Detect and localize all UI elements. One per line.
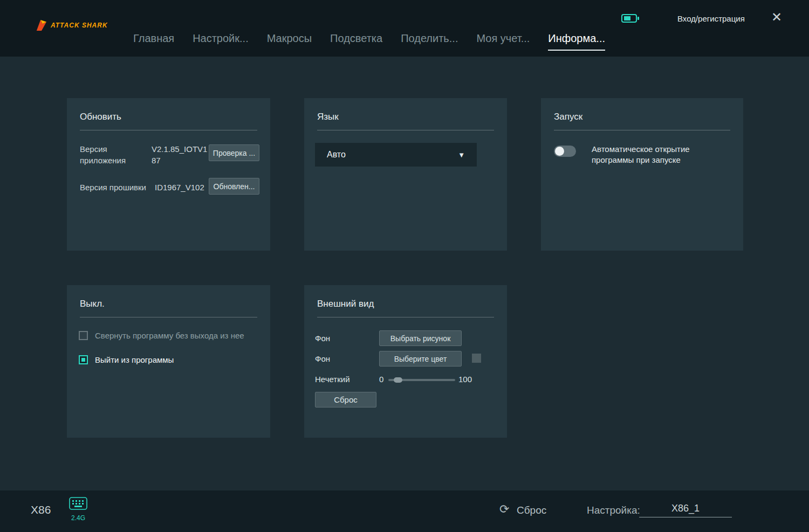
tab-share[interactable]: Поделить... [401,32,458,51]
footer-reset-button[interactable]: Сброс [517,505,546,516]
appearance-reset-button[interactable]: Сброс [315,392,376,407]
check-update-button[interactable]: Проверка ... [209,144,259,161]
tab-backlight[interactable]: Подсветка [330,32,382,51]
blur-slider-handle[interactable] [394,377,402,383]
connection-mode-label: 2.4G [69,514,87,522]
blur-label: Нечеткий [315,375,350,384]
header-bar: ATTACK SHARK Главная Настройк... Макросы… [0,0,809,57]
exit-checkbox[interactable] [79,355,88,364]
toggle-knob [555,147,564,156]
tab-macros[interactable]: Макросы [267,32,312,51]
appearance-card: Внешний вид Фон Выбрать рисунок Фон Выбе… [304,285,507,438]
logo-text: ATTACK SHARK [51,22,108,29]
divider [317,317,494,317]
minimize-checkbox[interactable] [79,331,88,340]
login-register-link[interactable]: Вход/регистрация [677,14,745,23]
battery-icon [621,13,640,26]
blur-slider[interactable] [388,379,455,381]
update-card: Обновить Версия приложения V2.1.85_IOTV1… [67,98,270,251]
tab-info[interactable]: Информа... [548,32,605,51]
divider [80,130,257,130]
app-version-value: V2.1.85_IOTV187 [152,143,210,166]
tab-account[interactable]: Моя учет... [476,32,530,51]
profile-label: Настройка: [587,505,640,516]
footer-bar: X86 2.4G ⟳ Сброс Настройка: [0,490,809,532]
nav-tabs: Главная Настройк... Макросы Подсветка По… [133,32,605,51]
autostart-label: Автоматическое открытие программы при за… [592,144,721,165]
close-icon[interactable]: ✕ [771,10,782,25]
firmware-version-value: ID1967_V102 [155,182,214,193]
app-version-label: Версия приложения [80,143,139,166]
divider [317,130,494,130]
language-selected-value: Авто [327,150,346,160]
bg-image-label: Фон [315,334,330,343]
startup-card-title: Запуск [541,98,743,122]
firmware-update-button[interactable]: Обновлен... [209,178,259,195]
refresh-icon[interactable]: ⟳ [499,502,509,516]
tab-home[interactable]: Главная [133,32,174,51]
chevron-down-icon: ▼ [458,151,465,159]
device-name: X86 [31,503,51,516]
choose-image-button[interactable]: Выбрать рисунок [379,330,462,346]
appearance-card-title: Внешний вид [304,285,507,309]
update-card-title: Обновить [67,98,270,122]
language-dropdown[interactable]: Авто ▼ [315,143,477,167]
divider [80,317,257,317]
connection-indicator[interactable]: 2.4G [69,497,87,522]
exit-card: Выкл. Свернуть программу без выхода из н… [67,285,270,438]
exit-checkbox-label: Выйти из программы [95,355,174,364]
minimize-checkbox-label: Свернуть программу без выхода из нее [95,331,244,340]
exit-card-title: Выкл. [67,285,270,309]
firmware-version-label: Версия прошивки [80,182,155,193]
divider [554,130,730,130]
shark-logo-icon [36,18,47,32]
blur-min-value: 0 [379,375,383,384]
autostart-toggle[interactable] [554,146,576,157]
bg-color-label: Фон [315,354,330,363]
keyboard-icon [69,497,87,511]
tab-settings[interactable]: Настройк... [193,32,249,51]
profile-name-input[interactable] [639,500,732,517]
language-card: Язык Авто ▼ [304,98,507,251]
blur-max-value: 100 [458,375,472,384]
startup-card: Запуск Автоматическое открытие программы… [541,98,743,251]
color-swatch[interactable] [472,354,481,363]
language-card-title: Язык [304,98,507,122]
choose-color-button[interactable]: Выберите цвет [379,351,462,367]
app-logo: ATTACK SHARK [36,18,108,32]
